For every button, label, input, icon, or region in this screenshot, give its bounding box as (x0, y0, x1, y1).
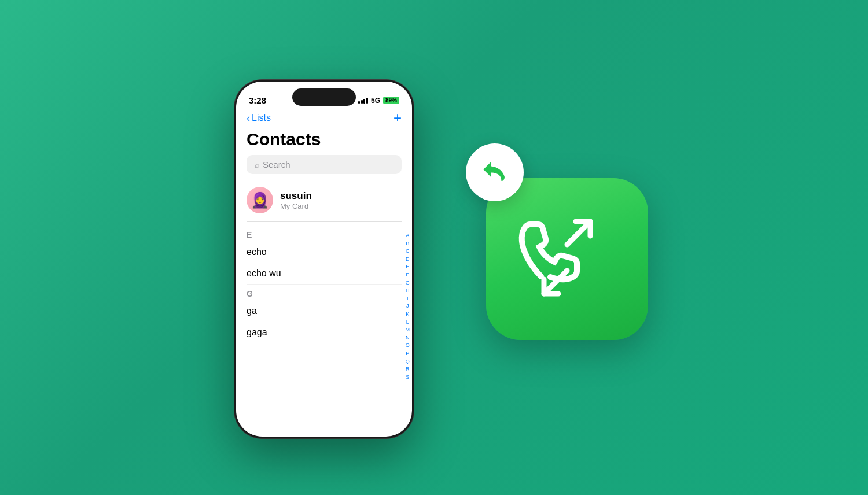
search-icon: ⌕ (255, 160, 259, 169)
phone-mockup: 3:28 5G 89% (234, 80, 414, 438)
phone-frame: 3:28 5G 89% (234, 80, 414, 438)
my-card-info: susuin My Card (280, 190, 312, 210)
add-contact-button[interactable]: + (393, 111, 402, 125)
alpha-N[interactable]: N (406, 334, 410, 342)
signal-bar-3 (363, 99, 365, 104)
section-label-e: E (247, 226, 402, 242)
back-label: Lists (252, 113, 271, 123)
my-card[interactable]: 🧕 susuin My Card (247, 183, 402, 222)
alpha-M[interactable]: M (406, 326, 410, 334)
search-placeholder: Search (263, 160, 290, 169)
reply-bubble (466, 143, 524, 201)
app-icon (486, 178, 648, 340)
alpha-K[interactable]: K (406, 311, 410, 318)
contact-gaga[interactable]: gaga (247, 322, 402, 343)
alpha-J[interactable]: J (406, 302, 410, 310)
scene: 3:28 5G 89% (0, 0, 868, 495)
alpha-I[interactable]: I (406, 295, 410, 302)
search-bar[interactable]: ⌕ Search (247, 155, 402, 174)
status-icons: 5G 89% (358, 97, 399, 105)
my-card-label: My Card (280, 202, 312, 210)
app-icon-graphic (509, 201, 625, 317)
network-label: 5G (371, 97, 380, 105)
alpha-F[interactable]: F (406, 271, 410, 279)
alpha-D[interactable]: D (406, 256, 410, 263)
alpha-S[interactable]: S (406, 374, 410, 381)
alpha-B[interactable]: B (406, 240, 410, 248)
my-card-name: susuin (280, 190, 312, 202)
alpha-P[interactable]: P (406, 350, 410, 357)
avatar-emoji: 🧕 (251, 191, 269, 209)
alpha-R[interactable]: R (406, 365, 410, 373)
right-side (460, 138, 657, 357)
contact-echowu[interactable]: echo wu (247, 263, 402, 285)
phone-screen: 3:28 5G 89% (236, 82, 412, 437)
signal-bar-1 (358, 101, 360, 104)
signal-bar-4 (366, 98, 368, 104)
battery-badge: 89% (383, 97, 399, 104)
dynamic-island (292, 88, 356, 106)
alpha-C[interactable]: C (406, 248, 410, 255)
nav-bar: ‹ Lists + (247, 110, 402, 126)
back-chevron-icon: ‹ (247, 112, 250, 124)
section-label-g: G (247, 285, 402, 301)
avatar: 🧕 (247, 187, 273, 213)
alpha-A[interactable]: A (406, 232, 410, 239)
alpha-G[interactable]: G (406, 279, 410, 287)
alpha-O[interactable]: O (406, 342, 410, 349)
alpha-H[interactable]: H (406, 287, 410, 294)
status-time: 3:28 (249, 95, 266, 105)
contact-echo[interactable]: echo (247, 242, 402, 263)
page-title: Contacts (247, 130, 402, 149)
contacts-screen: ‹ Lists + Contacts ⌕ Search (236, 110, 412, 343)
alpha-L[interactable]: L (406, 319, 410, 326)
back-button[interactable]: ‹ Lists (247, 112, 271, 124)
reply-arrow-icon (479, 157, 511, 189)
alphabet-sidebar[interactable]: A B C D E F G H I J K L M N O P Q (406, 232, 410, 381)
alpha-Q[interactable]: Q (406, 358, 410, 365)
signal-icon (358, 98, 368, 104)
alpha-E[interactable]: E (406, 263, 410, 271)
signal-bar-2 (361, 100, 363, 104)
contact-ga[interactable]: ga (247, 301, 402, 322)
